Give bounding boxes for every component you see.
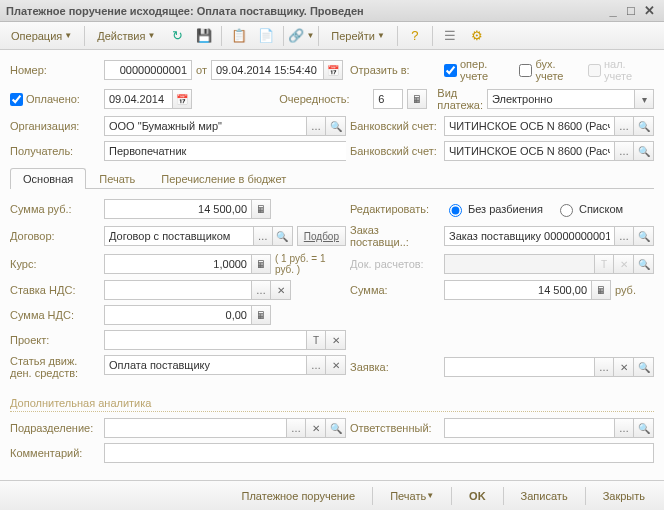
buh-check[interactable]: бух. учете bbox=[519, 58, 584, 82]
comment-input[interactable] bbox=[104, 443, 654, 463]
contract-input[interactable] bbox=[104, 226, 253, 246]
close-icon[interactable]: ✕ bbox=[640, 2, 658, 20]
number-input[interactable] bbox=[104, 60, 192, 80]
post-icon[interactable]: 📋 bbox=[227, 25, 251, 47]
sum2-unit: руб. bbox=[615, 284, 636, 296]
calendar-icon[interactable]: 📅 bbox=[323, 60, 343, 80]
bank2-input[interactable] bbox=[444, 141, 614, 161]
docs-label: Док. расчетов: bbox=[350, 258, 440, 270]
org-label: Организация: bbox=[10, 120, 100, 132]
ellipsis-icon[interactable]: … bbox=[306, 116, 326, 136]
tab-print[interactable]: Печать bbox=[86, 168, 148, 189]
analytics-title: Дополнительная аналитика bbox=[10, 397, 654, 412]
rate-input[interactable] bbox=[104, 254, 251, 274]
resp-input[interactable] bbox=[444, 418, 614, 438]
bank1-input[interactable] bbox=[444, 116, 614, 136]
recipient-label: Получатель: bbox=[10, 145, 100, 157]
search-icon[interactable]: 🔍 bbox=[326, 116, 346, 136]
calc-icon[interactable]: 🖩 bbox=[251, 254, 271, 274]
ellipsis-icon[interactable]: … bbox=[614, 141, 634, 161]
paid-date-input[interactable] bbox=[104, 89, 172, 109]
save-icon[interactable]: 💾 bbox=[192, 25, 216, 47]
paid-check[interactable]: Оплачено: bbox=[10, 93, 100, 106]
clear-icon[interactable]: ✕ bbox=[306, 418, 326, 438]
dept-input[interactable] bbox=[104, 418, 286, 438]
paytype-select[interactable] bbox=[487, 89, 634, 109]
unpost-icon[interactable]: 📄 bbox=[254, 25, 278, 47]
search-icon[interactable]: 🔍 bbox=[634, 226, 654, 246]
vat-sum-input[interactable] bbox=[104, 305, 251, 325]
window-title: Платежное поручение исходящее: Оплата по… bbox=[6, 5, 364, 17]
ok-button[interactable]: OK bbox=[458, 485, 497, 507]
structure-icon[interactable]: 🔗▼ bbox=[289, 25, 313, 47]
search-icon[interactable]: 🔍 bbox=[634, 116, 654, 136]
clear-icon[interactable]: ✕ bbox=[326, 355, 346, 375]
ellipsis-icon[interactable]: … bbox=[594, 357, 614, 377]
operation-menu[interactable]: Операция▼ bbox=[4, 25, 79, 47]
clear-icon[interactable]: ✕ bbox=[271, 280, 291, 300]
calc-icon[interactable]: 🖩 bbox=[407, 89, 427, 109]
sum-label: Сумма руб.: bbox=[10, 203, 100, 215]
cashflow-label: Статья движ. ден. средств: bbox=[10, 355, 100, 379]
ellipsis-icon[interactable]: … bbox=[614, 418, 634, 438]
oper-check[interactable]: опер. учете bbox=[444, 58, 515, 82]
actions-menu[interactable]: Действия▼ bbox=[90, 25, 162, 47]
tabs: Основная Печать Перечисление в бюджет bbox=[10, 167, 654, 189]
ellipsis-icon[interactable]: … bbox=[614, 226, 634, 246]
ellipsis-icon[interactable]: … bbox=[286, 418, 306, 438]
sum-input[interactable] bbox=[104, 199, 251, 219]
dropdown-icon[interactable]: ▾ bbox=[634, 89, 654, 109]
clear-icon[interactable]: ✕ bbox=[326, 330, 346, 350]
list-icon[interactable]: ☰ bbox=[438, 25, 462, 47]
ellipsis-icon[interactable]: … bbox=[251, 280, 271, 300]
search-icon[interactable]: 🔍 bbox=[634, 357, 654, 377]
search-icon[interactable]: 🔍 bbox=[634, 141, 654, 161]
docs-input bbox=[444, 254, 594, 274]
goto-menu[interactable]: Перейти▼ bbox=[324, 25, 392, 47]
calc-icon[interactable]: 🖩 bbox=[591, 280, 611, 300]
project-input[interactable] bbox=[104, 330, 306, 350]
bank2-label: Банковский счет: bbox=[350, 145, 440, 157]
tab-main[interactable]: Основная bbox=[10, 168, 86, 189]
print-button[interactable]: Печать ▼ bbox=[379, 485, 445, 507]
priority-input[interactable] bbox=[373, 89, 403, 109]
number-label: Номер: bbox=[10, 64, 100, 76]
request-label: Заявка: bbox=[350, 361, 440, 373]
ellipsis-icon[interactable]: … bbox=[614, 116, 634, 136]
sum2-input[interactable] bbox=[444, 280, 591, 300]
calc-icon[interactable]: 🖩 bbox=[251, 199, 271, 219]
tab-budget[interactable]: Перечисление в бюджет bbox=[148, 168, 299, 189]
clear-icon[interactable]: ✕ bbox=[614, 357, 634, 377]
maximize-icon[interactable]: □ bbox=[622, 2, 640, 20]
calendar-icon[interactable]: 📅 bbox=[172, 89, 192, 109]
bottombar: Платежное поручение Печать ▼ OK Записать… bbox=[0, 480, 664, 510]
save-button[interactable]: Записать bbox=[510, 485, 579, 507]
search-icon[interactable]: 🔍 bbox=[273, 226, 293, 246]
ellipsis-icon[interactable]: … bbox=[306, 355, 326, 375]
request-input[interactable] bbox=[444, 357, 594, 377]
refresh-icon[interactable]: ↻ bbox=[165, 25, 189, 47]
search-icon[interactable]: 🔍 bbox=[326, 418, 346, 438]
ellipsis-icon[interactable]: … bbox=[253, 226, 273, 246]
settings-icon[interactable]: ⚙ bbox=[465, 25, 489, 47]
radio-list[interactable]: Списком bbox=[555, 201, 623, 217]
calc-icon[interactable]: 🖩 bbox=[251, 305, 271, 325]
minimize-icon[interactable]: _ bbox=[604, 2, 622, 20]
recipient-input[interactable] bbox=[104, 141, 346, 161]
order-input[interactable] bbox=[444, 226, 614, 246]
search-icon[interactable]: 🔍 bbox=[634, 418, 654, 438]
bank1-label: Банковский счет: bbox=[350, 120, 440, 132]
date-input[interactable] bbox=[211, 60, 323, 80]
nal-check[interactable]: нал. учете bbox=[588, 58, 654, 82]
close-button[interactable]: Закрыть bbox=[592, 485, 656, 507]
vat-rate-input[interactable] bbox=[104, 280, 251, 300]
text-icon[interactable]: T bbox=[306, 330, 326, 350]
search-icon: 🔍 bbox=[634, 254, 654, 274]
help-icon[interactable]: ? bbox=[403, 25, 427, 47]
org-input[interactable] bbox=[104, 116, 306, 136]
rate-hint: ( 1 руб. = 1 руб. ) bbox=[275, 253, 346, 275]
radio-no-split[interactable]: Без разбиения bbox=[444, 201, 543, 217]
doc-button[interactable]: Платежное поручение bbox=[231, 485, 367, 507]
select-button[interactable]: Подбор bbox=[297, 226, 346, 246]
cashflow-input[interactable] bbox=[104, 355, 306, 375]
